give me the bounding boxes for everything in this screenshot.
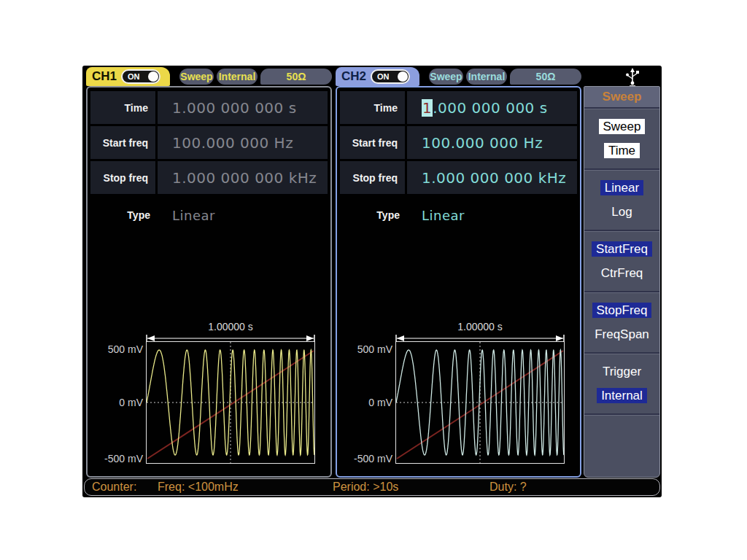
ch2-label: CH2 [341, 69, 366, 84]
ch2-toggle-state: ON [377, 72, 390, 81]
counter-label: Counter: [92, 481, 136, 494]
toggle-knob-icon [398, 71, 408, 82]
menu-section-stopfreq: StopFreq FreqSpan [584, 292, 659, 354]
menu-item-freqspan[interactable]: FreqSpan [590, 327, 654, 342]
ch1-ytick-top: 500 mV [88, 343, 143, 355]
counter-duty: Duty: ? [489, 481, 527, 494]
ch2-stopfreq-row: Stop freq 1.000 000 000 kHz [340, 161, 577, 194]
menu-item-time[interactable]: Time [604, 144, 640, 158]
ch1-time-label: Time [125, 102, 148, 114]
ch2-time-label: Time [374, 102, 398, 114]
ch1-label: CH1 [92, 69, 117, 84]
ch2-tab[interactable]: CH2 ON [336, 67, 419, 86]
ch2-mode-badge: Sweep [429, 69, 463, 85]
ch1-type-row: Type Linear [90, 204, 328, 226]
menu-section-startfreq: StartFreq CtrFreq [584, 231, 659, 292]
toggle-knob-icon [148, 71, 158, 82]
counter-bar: Counter: Freq: <100mHz Period: >10s Duty… [84, 478, 660, 496]
ch1-mode-badge: Sweep [179, 69, 214, 85]
ch2-time-value-rest: .000 000 000 s [433, 99, 547, 117]
menu-item-internal[interactable]: Internal [597, 389, 647, 403]
counter-freq: Freq: <100mHz [158, 481, 239, 494]
ch1-on-toggle[interactable]: ON [121, 69, 160, 84]
ch2-panel: Time 1.000 000 000 s Start freq 100.000 … [336, 86, 581, 478]
menu-title: Sweep [584, 87, 659, 109]
ch1-startfreq-row: Start freq 100.000 000 Hz [90, 126, 328, 159]
menu-section-sweep-time: Sweep Time [584, 109, 659, 170]
ch2-span-label: 1.00000 s [395, 321, 565, 332]
ch2-ytick-top: 500 mV [337, 343, 392, 355]
ch2-waveform-display [395, 341, 565, 464]
menu-item-linear[interactable]: Linear [600, 181, 643, 195]
ch2-time-value[interactable]: 1.000 000 000 s [422, 99, 548, 117]
ch2-time-row: Time 1.000 000 000 s [340, 91, 577, 124]
device-screen: CH1 ON Sweep Internal 50Ω CH2 ON Sweep I… [82, 66, 662, 497]
ch1-stopfreq-row: Stop freq 1.000 000 000 kHz [90, 161, 328, 194]
ch2-source-badge: Internal [466, 69, 507, 85]
ch1-stopfreq-value[interactable]: 1.000 000 000 kHz [172, 169, 317, 187]
ch1-ytick-bottom: -500 mV [88, 453, 143, 464]
menu-item-log[interactable]: Log [607, 205, 636, 219]
ch2-startfreq-row: Start freq 100.000 000 Hz [340, 126, 577, 159]
menu-item-stopfreq[interactable]: StopFreq [592, 303, 652, 318]
ch1-span-label: 1.00000 s [146, 321, 315, 332]
menu-section-empty [584, 415, 659, 478]
ch1-panel: Time 1.000 000 000 s Start freq 100.000 … [86, 86, 332, 478]
page-background: CH1 ON Sweep Internal 50Ω CH2 ON Sweep I… [0, 0, 747, 560]
ch1-stopfreq-label: Stop freq [104, 172, 148, 184]
edit-cursor[interactable]: 1 [422, 99, 433, 117]
ch2-startfreq-value[interactable]: 100.000 000 Hz [422, 134, 543, 152]
ch1-time-row: Time 1.000 000 000 s [90, 91, 328, 124]
ch1-toggle-state: ON [128, 72, 140, 81]
usb-icon [624, 66, 641, 87]
ch2-on-toggle[interactable]: ON [371, 69, 410, 84]
ch1-time-value[interactable]: 1.000 000 000 s [172, 99, 297, 117]
ch2-type-value: Linear [422, 208, 465, 223]
menu-item-trigger[interactable]: Trigger [598, 365, 646, 379]
ch2-type-label: Type [376, 209, 400, 221]
ch2-ytick-mid: 0 mV [337, 397, 392, 408]
ch1-source-badge: Internal [217, 69, 258, 85]
ch1-impedance-badge: 50Ω [260, 69, 332, 85]
softkey-menu: Sweep Sweep Time Linear Log StartFreq Ct… [584, 86, 660, 478]
ch1-tab[interactable]: CH1 ON [86, 67, 170, 86]
ch2-startfreq-label: Start freq [352, 137, 398, 149]
ch1-startfreq-value[interactable]: 100.000 000 Hz [172, 134, 293, 152]
ch2-type-row: Type Linear [340, 204, 577, 226]
menu-item-sweep[interactable]: Sweep [599, 120, 646, 134]
ch2-stopfreq-value[interactable]: 1.000 000 000 kHz [422, 169, 566, 187]
ch1-ytick-mid: 0 mV [88, 397, 143, 408]
ch1-startfreq-label: Start freq [103, 137, 148, 149]
ch2-ytick-bottom: -500 mV [337, 453, 392, 464]
menu-section-linear-log: Linear Log [584, 170, 659, 231]
ch1-waveform-display [146, 341, 315, 464]
ch1-type-label: Type [127, 209, 150, 221]
counter-period: Period: >10s [333, 481, 398, 494]
ch2-stopfreq-label: Stop freq [353, 172, 398, 184]
ch2-impedance-badge: 50Ω [510, 69, 581, 85]
menu-item-ctrfreq[interactable]: CtrFreq [597, 266, 648, 281]
menu-item-startfreq[interactable]: StartFreq [592, 242, 652, 257]
ch1-type-value: Linear [172, 208, 215, 223]
menu-section-trigger: Trigger Internal [584, 354, 659, 415]
